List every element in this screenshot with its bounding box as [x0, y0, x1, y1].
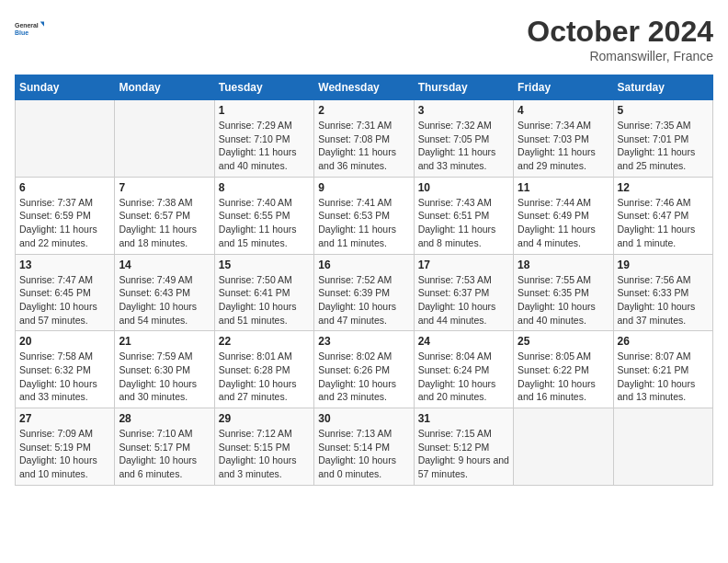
- day-number: 18: [518, 259, 609, 271]
- calendar-cell: 31 Sunrise: 7:15 AMSunset: 5:12 PMDaylig…: [414, 408, 513, 486]
- calendar-cell: 3 Sunrise: 7:32 AMSunset: 7:05 PMDayligh…: [414, 100, 513, 178]
- calendar-cell: 19 Sunrise: 7:56 AMSunset: 6:33 PMDaylig…: [613, 254, 712, 331]
- calendar-week-2: 6 Sunrise: 7:37 AMSunset: 6:59 PMDayligh…: [16, 177, 713, 254]
- day-info: Sunrise: 7:50 AMSunset: 6:41 PMDaylight:…: [219, 273, 310, 327]
- calendar-cell: 2 Sunrise: 7:31 AMSunset: 7:08 PMDayligh…: [314, 100, 414, 178]
- calendar-week-4: 20 Sunrise: 7:58 AMSunset: 6:32 PMDaylig…: [16, 331, 713, 408]
- calendar-cell: [613, 408, 712, 486]
- svg-text:Blue: Blue: [15, 29, 28, 36]
- day-number: 19: [618, 259, 709, 271]
- day-info: Sunrise: 7:13 AMSunset: 5:14 PMDaylight:…: [318, 427, 409, 481]
- day-number: 31: [418, 412, 509, 425]
- calendar-cell: 8 Sunrise: 7:40 AMSunset: 6:55 PMDayligh…: [214, 177, 313, 254]
- day-number: 9: [318, 181, 409, 194]
- calendar-cell: [514, 408, 613, 486]
- calendar-header-wednesday: Wednesday: [314, 75, 414, 100]
- day-info: Sunrise: 7:12 AMSunset: 5:15 PMDaylight:…: [219, 427, 310, 481]
- day-number: 28: [119, 412, 210, 425]
- day-number: 30: [318, 412, 409, 425]
- day-number: 7: [119, 181, 210, 194]
- day-info: Sunrise: 8:07 AMSunset: 6:21 PMDaylight:…: [618, 350, 709, 404]
- calendar-header-row: SundayMondayTuesdayWednesdayThursdayFrid…: [16, 75, 713, 100]
- day-info: Sunrise: 7:15 AMSunset: 5:12 PMDaylight:…: [418, 427, 509, 481]
- day-info: Sunrise: 7:09 AMSunset: 5:19 PMDaylight:…: [19, 427, 110, 481]
- calendar-week-5: 27 Sunrise: 7:09 AMSunset: 5:19 PMDaylig…: [16, 408, 713, 486]
- day-number: 20: [19, 335, 110, 348]
- day-number: 13: [19, 259, 110, 271]
- day-number: 21: [119, 335, 210, 348]
- calendar-cell: 12 Sunrise: 7:46 AMSunset: 6:47 PMDaylig…: [613, 177, 712, 254]
- calendar-week-1: 1 Sunrise: 7:29 AMSunset: 7:10 PMDayligh…: [16, 100, 713, 178]
- calendar-header-monday: Monday: [115, 75, 214, 100]
- logo-svg: General Blue: [15, 15, 44, 44]
- day-info: Sunrise: 7:58 AMSunset: 6:32 PMDaylight:…: [19, 350, 110, 404]
- day-info: Sunrise: 7:43 AMSunset: 6:51 PMDaylight:…: [418, 196, 509, 250]
- calendar-cell: 28 Sunrise: 7:10 AMSunset: 5:17 PMDaylig…: [115, 408, 214, 486]
- calendar-cell: 4 Sunrise: 7:34 AMSunset: 7:03 PMDayligh…: [514, 100, 613, 178]
- calendar-cell: 15 Sunrise: 7:50 AMSunset: 6:41 PMDaylig…: [214, 254, 313, 331]
- day-number: 2: [318, 104, 409, 117]
- day-info: Sunrise: 7:35 AMSunset: 7:01 PMDaylight:…: [618, 119, 709, 173]
- calendar-cell: 21 Sunrise: 7:59 AMSunset: 6:30 PMDaylig…: [115, 331, 214, 408]
- calendar-header-friday: Friday: [514, 75, 613, 100]
- calendar-cell: 30 Sunrise: 7:13 AMSunset: 5:14 PMDaylig…: [314, 408, 414, 486]
- calendar-cell: [115, 100, 214, 178]
- calendar-cell: 6 Sunrise: 7:37 AMSunset: 6:59 PMDayligh…: [16, 177, 115, 254]
- day-number: 6: [19, 181, 110, 194]
- day-info: Sunrise: 7:40 AMSunset: 6:55 PMDaylight:…: [219, 196, 310, 250]
- month-title: October 2024: [527, 15, 713, 49]
- day-number: 4: [518, 104, 609, 117]
- day-number: 22: [219, 335, 310, 348]
- calendar-cell: 7 Sunrise: 7:38 AMSunset: 6:57 PMDayligh…: [115, 177, 214, 254]
- day-info: Sunrise: 7:49 AMSunset: 6:43 PMDaylight:…: [119, 273, 210, 327]
- day-number: 16: [318, 259, 409, 271]
- calendar-cell: 23 Sunrise: 8:02 AMSunset: 6:26 PMDaylig…: [314, 331, 414, 408]
- day-info: Sunrise: 7:29 AMSunset: 7:10 PMDaylight:…: [219, 119, 310, 173]
- day-number: 8: [219, 181, 310, 194]
- day-number: 26: [618, 335, 709, 348]
- day-info: Sunrise: 7:32 AMSunset: 7:05 PMDaylight:…: [418, 119, 509, 173]
- day-info: Sunrise: 7:34 AMSunset: 7:03 PMDaylight:…: [518, 119, 609, 173]
- day-info: Sunrise: 8:02 AMSunset: 6:26 PMDaylight:…: [318, 350, 409, 404]
- calendar-header-saturday: Saturday: [613, 75, 712, 100]
- calendar-cell: 11 Sunrise: 7:44 AMSunset: 6:49 PMDaylig…: [514, 177, 613, 254]
- calendar-cell: 18 Sunrise: 7:55 AMSunset: 6:35 PMDaylig…: [514, 254, 613, 331]
- day-number: 11: [518, 181, 609, 194]
- day-number: 14: [119, 259, 210, 271]
- day-number: 23: [318, 335, 409, 348]
- day-info: Sunrise: 7:47 AMSunset: 6:45 PMDaylight:…: [19, 273, 110, 327]
- calendar-cell: 1 Sunrise: 7:29 AMSunset: 7:10 PMDayligh…: [214, 100, 313, 178]
- calendar-cell: 17 Sunrise: 7:53 AMSunset: 6:37 PMDaylig…: [414, 254, 513, 331]
- location: Romanswiller, France: [527, 49, 713, 63]
- calendar-cell: 16 Sunrise: 7:52 AMSunset: 6:39 PMDaylig…: [314, 254, 414, 331]
- calendar-cell: [16, 100, 115, 178]
- day-info: Sunrise: 7:53 AMSunset: 6:37 PMDaylight:…: [418, 273, 509, 327]
- calendar-cell: 27 Sunrise: 7:09 AMSunset: 5:19 PMDaylig…: [16, 408, 115, 486]
- day-info: Sunrise: 7:31 AMSunset: 7:08 PMDaylight:…: [318, 119, 409, 173]
- day-info: Sunrise: 7:37 AMSunset: 6:59 PMDaylight:…: [19, 196, 110, 250]
- calendar-week-3: 13 Sunrise: 7:47 AMSunset: 6:45 PMDaylig…: [16, 254, 713, 331]
- day-number: 25: [518, 335, 609, 348]
- day-number: 15: [219, 259, 310, 271]
- day-info: Sunrise: 7:41 AMSunset: 6:53 PMDaylight:…: [318, 196, 409, 250]
- calendar-cell: 20 Sunrise: 7:58 AMSunset: 6:32 PMDaylig…: [16, 331, 115, 408]
- day-number: 27: [19, 412, 110, 425]
- calendar-cell: 5 Sunrise: 7:35 AMSunset: 7:01 PMDayligh…: [613, 100, 712, 178]
- day-number: 12: [618, 181, 709, 194]
- day-number: 29: [219, 412, 310, 425]
- page-header: General Blue October 2024 Romanswiller, …: [15, 15, 713, 63]
- calendar-cell: 9 Sunrise: 7:41 AMSunset: 6:53 PMDayligh…: [314, 177, 414, 254]
- day-info: Sunrise: 8:04 AMSunset: 6:24 PMDaylight:…: [418, 350, 509, 404]
- day-info: Sunrise: 7:38 AMSunset: 6:57 PMDaylight:…: [119, 196, 210, 250]
- calendar-cell: 26 Sunrise: 8:07 AMSunset: 6:21 PMDaylig…: [613, 331, 712, 408]
- calendar-cell: 13 Sunrise: 7:47 AMSunset: 6:45 PMDaylig…: [16, 254, 115, 331]
- calendar-cell: 14 Sunrise: 7:49 AMSunset: 6:43 PMDaylig…: [115, 254, 214, 331]
- day-info: Sunrise: 7:55 AMSunset: 6:35 PMDaylight:…: [518, 273, 609, 327]
- calendar-cell: 29 Sunrise: 7:12 AMSunset: 5:15 PMDaylig…: [214, 408, 313, 486]
- day-info: Sunrise: 7:10 AMSunset: 5:17 PMDaylight:…: [119, 427, 210, 481]
- calendar-cell: 22 Sunrise: 8:01 AMSunset: 6:28 PMDaylig…: [214, 331, 313, 408]
- day-number: 10: [418, 181, 509, 194]
- calendar-header-thursday: Thursday: [414, 75, 513, 100]
- day-info: Sunrise: 8:01 AMSunset: 6:28 PMDaylight:…: [219, 350, 310, 404]
- day-number: 5: [618, 104, 709, 117]
